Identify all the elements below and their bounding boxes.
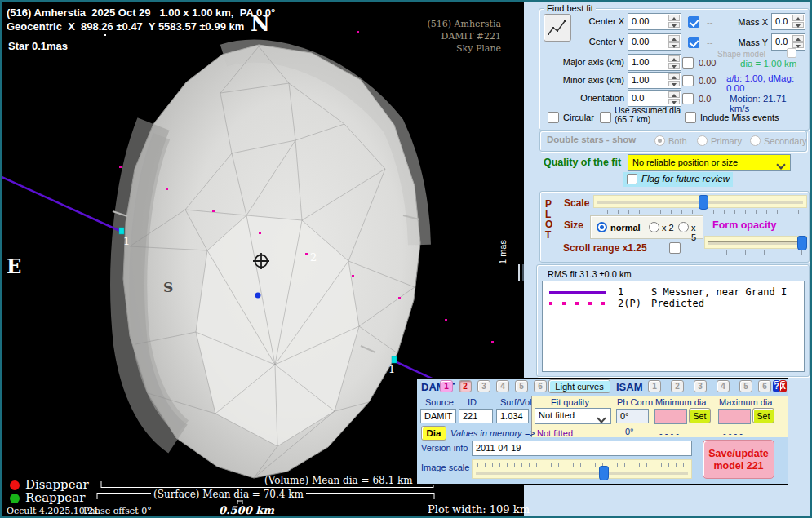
quality-dropdown[interactable]: No reliable position or size xyxy=(628,154,791,171)
minor-down-icon[interactable] xyxy=(668,81,680,87)
assumed-dia-label: Use assumed dia (65.7 km) xyxy=(615,106,686,123)
save-update-button[interactable]: Save/update model 221 xyxy=(703,440,774,479)
mass-y-value: 0.0 xyxy=(775,37,788,46)
chord2-legend-dots xyxy=(549,302,606,305)
isam-tab-6[interactable]: 6 xyxy=(758,380,771,392)
circular-checkbox[interactable] xyxy=(548,112,559,123)
ph-corrn-col-label: Ph Corrn xyxy=(617,397,653,407)
miss-events-checkbox[interactable] xyxy=(685,112,696,123)
center-y-up-icon[interactable] xyxy=(668,35,680,42)
source-field[interactable]: DAMIT xyxy=(420,409,456,423)
assumed-dia-checkbox[interactable] xyxy=(600,112,611,123)
close-button[interactable]: X xyxy=(779,380,787,392)
center-x-checkbox[interactable] xyxy=(688,16,699,28)
scroll-range-checkbox[interactable] xyxy=(669,242,681,254)
orientation-down-icon[interactable] xyxy=(668,99,680,105)
orientation-spinner[interactable]: 0.0 xyxy=(628,90,681,107)
damit-tab-4[interactable]: 4 xyxy=(496,380,509,392)
version-info-field[interactable]: 2011-04-19 xyxy=(472,441,692,456)
volume-dia-label: (Volume) Mean dia = 68.1 km xyxy=(264,475,413,486)
isam-tab-5[interactable]: 5 xyxy=(739,380,752,392)
app-version-label: Occult 4.2025.10.21 xyxy=(7,506,99,516)
mass-x-spinner[interactable]: 0.0 xyxy=(771,13,805,30)
minor-up-icon[interactable] xyxy=(668,73,680,80)
damit-tab-1[interactable]: 1 xyxy=(440,380,453,392)
image-scale-label: Image scale xyxy=(421,463,469,472)
mass-y-down-icon[interactable] xyxy=(792,42,804,49)
damit-tab-6[interactable]: 6 xyxy=(534,380,547,392)
major-down-icon[interactable] xyxy=(668,63,680,69)
form-opacity-slider[interactable] xyxy=(704,236,807,249)
scale-slider-thumb[interactable] xyxy=(699,195,708,210)
light-curves-button[interactable]: Light curves xyxy=(548,379,610,393)
max-dia-set-button[interactable]: Set xyxy=(752,408,774,423)
miss-events-label: Include Miss events xyxy=(700,113,779,122)
orientation-checkbox[interactable] xyxy=(682,93,694,104)
damit-tab-2[interactable]: 2 xyxy=(459,380,472,392)
source-col-label: Source xyxy=(425,397,454,407)
ph-corrn-field[interactable]: 0° xyxy=(616,409,649,423)
major-axis-alt-value: 0.00 xyxy=(699,58,716,68)
id-col-label: ID xyxy=(468,397,477,407)
isam-tab-3[interactable]: 3 xyxy=(694,380,707,392)
shape-model-checkbox[interactable] xyxy=(787,48,796,58)
center-x-up-icon[interactable] xyxy=(668,15,680,21)
ab-dmag-readout: a/b: 1.00, dMag: 0.00 xyxy=(726,73,809,93)
mass-x-down-icon[interactable] xyxy=(792,22,804,29)
flag-review-checkbox[interactable] xyxy=(627,174,637,184)
center-y-spinner[interactable]: 0.00 xyxy=(628,33,681,51)
best-fit-plot-button[interactable] xyxy=(544,14,571,42)
chord1-label-b: 1 xyxy=(388,363,395,375)
size-normal-label: normal xyxy=(610,223,641,232)
plot-title-line1: (516) Amherstia 2025 Oct 29 1.00 x 1.00 … xyxy=(7,7,275,19)
mass-y-up-icon[interactable] xyxy=(792,35,804,42)
center-x-label: Center X xyxy=(577,16,624,26)
surface-dia-label: (Surface) Mean dia = 70.4 km xyxy=(151,489,306,500)
motion-readout: Motion: 21.71 km/s xyxy=(730,94,809,113)
double-both-radio[interactable] xyxy=(654,135,665,146)
form-opacity-thumb[interactable] xyxy=(797,236,807,250)
major-up-icon[interactable] xyxy=(668,55,680,62)
mass-x-up-icon[interactable] xyxy=(792,15,804,21)
isam-tab-4[interactable]: 4 xyxy=(717,380,730,392)
plot-options-group: P L O T Scale Size normal x 2 x 5 Form o… xyxy=(539,191,810,263)
fit-quality-dropdown[interactable]: Not fitted xyxy=(535,408,611,424)
memory-fit-value: Not fitted xyxy=(537,428,573,438)
center-y-down-icon[interactable] xyxy=(668,42,680,49)
mas-scale-label: 1 mas xyxy=(498,219,509,285)
max-dia-field[interactable] xyxy=(718,409,751,424)
rms-fit-group: RMS fit 31.3 ±0.0 km 1 S Messner, near G… xyxy=(536,264,810,377)
memory-min-value: - - - - xyxy=(659,428,679,438)
isam-tab-2[interactable]: 2 xyxy=(671,380,684,392)
isam-tab-1[interactable]: 1 xyxy=(648,380,661,392)
damit-tab-5[interactable]: 5 xyxy=(515,380,528,392)
orientation-up-icon[interactable] xyxy=(668,91,680,98)
flag-review-row: Flag for future review xyxy=(623,172,733,187)
chord-legend-listbox[interactable]: 1 S Messner, near Grand I 2(P) Predicted xyxy=(542,281,805,372)
major-axis-spinner[interactable]: 1.00 xyxy=(628,54,681,71)
double-primary-radio[interactable] xyxy=(697,135,708,146)
center-x-spinner[interactable]: 0.00 xyxy=(628,13,681,30)
min-dia-set-button[interactable]: Set xyxy=(689,408,711,423)
major-axis-checkbox[interactable] xyxy=(682,57,694,69)
minor-axis-value: 1.00 xyxy=(632,75,649,85)
min-dia-field[interactable] xyxy=(654,409,687,424)
minor-axis-spinner[interactable]: 1.00 xyxy=(628,72,681,89)
surfvol-field[interactable]: 1.034 xyxy=(496,409,529,423)
size-normal-radio[interactable] xyxy=(597,222,607,232)
dia-button[interactable]: Dia xyxy=(421,426,446,441)
id-field[interactable]: 221 xyxy=(459,409,493,423)
center-y-checkbox[interactable] xyxy=(688,37,699,48)
image-scale-slider[interactable] xyxy=(472,459,692,479)
double-secondary-radio[interactable] xyxy=(750,135,761,146)
image-scale-thumb[interactable] xyxy=(599,466,609,480)
damit-tab-3[interactable]: 3 xyxy=(477,380,490,392)
scale-slider[interactable] xyxy=(593,195,807,208)
center-x-down-icon[interactable] xyxy=(668,22,680,29)
major-axis-label: Major axis (km) xyxy=(562,57,624,67)
plot-vertical-label: P L O T xyxy=(545,199,552,240)
scale-slider-ticks xyxy=(597,210,804,214)
minor-axis-checkbox[interactable] xyxy=(682,75,694,86)
size-x5-radio[interactable] xyxy=(678,222,689,232)
size-x2-radio[interactable] xyxy=(649,222,659,232)
